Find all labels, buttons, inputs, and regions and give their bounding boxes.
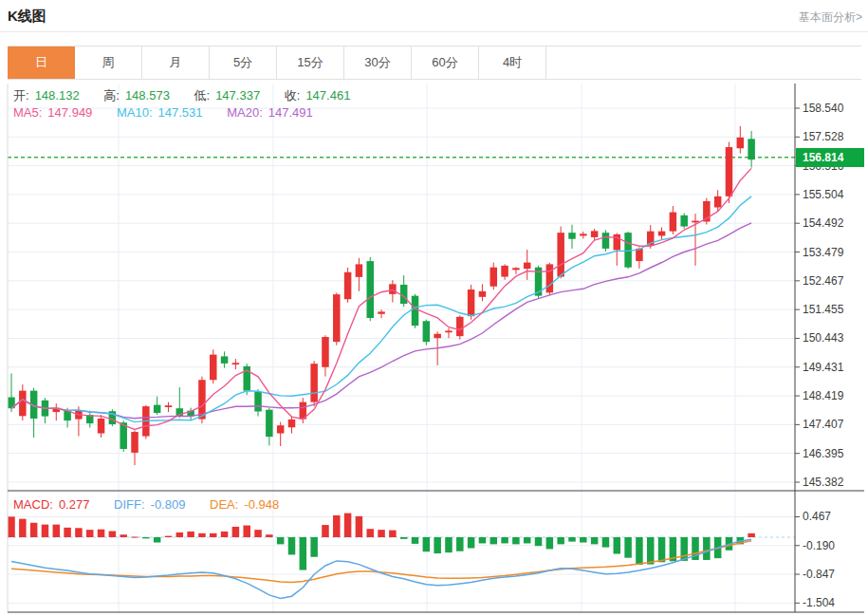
candle-body: [277, 425, 285, 433]
macd-hist-bar: [580, 537, 587, 543]
macd-hist-bar: [434, 537, 441, 553]
price-axis-label: 149.431: [803, 360, 863, 375]
macd-hist-bar: [524, 537, 531, 543]
price-axis-label: 157.528: [803, 129, 863, 144]
candle-body: [524, 263, 531, 270]
macd-hist-bar: [378, 530, 385, 537]
macd-hist-bar: [333, 515, 341, 537]
candle-body: [714, 196, 722, 208]
price-axis-label: 154.492: [803, 215, 863, 231]
candle-body: [490, 268, 498, 287]
macd-axis-label: -0.190: [803, 538, 863, 553]
macd-hist-bar: [546, 537, 554, 549]
price-axis-label: 150.443: [803, 330, 863, 345]
candle-body: [501, 266, 508, 277]
candle-body: [221, 356, 229, 363]
macd-axis-label: 0.467: [803, 509, 863, 524]
candle-body: [19, 391, 27, 417]
candle-body: [389, 284, 397, 293]
macd-hist-bar: [344, 513, 352, 537]
macd-hist-bar: [445, 537, 452, 552]
macd-hist-bar: [568, 537, 576, 542]
macd-hist-bar: [624, 537, 632, 558]
price-axis-label: 145.382: [803, 475, 863, 490]
ma5-readout: MA5:147.949: [13, 105, 98, 120]
price-axis-label: 155.504: [803, 187, 863, 202]
candle-body: [266, 410, 273, 437]
macd-hist-bar: [187, 532, 194, 537]
current-price-tag: 156.814: [796, 148, 864, 167]
ma10-readout: MA10:147.531: [117, 105, 209, 120]
ma-readout: MA5:147.949 MA10:147.531 MA20:147.491: [13, 105, 334, 120]
macd-hist-bar: [501, 537, 508, 543]
candle-body: [288, 420, 296, 427]
macd-hist-bar: [221, 532, 229, 537]
macd-hist-bar: [468, 537, 475, 549]
candle-body: [366, 261, 374, 318]
macd-hist-bar: [557, 537, 564, 544]
macd-hist-bar: [310, 537, 318, 557]
macd-hist-bar: [366, 529, 374, 537]
macd-hist-bar: [748, 533, 755, 537]
macd-hist-bar: [109, 532, 117, 537]
macd-hist-bar: [98, 530, 105, 537]
macd-hist-bar: [19, 519, 27, 537]
macd-hist-bar: [288, 537, 296, 554]
candle-body: [310, 364, 318, 401]
candle-body: [254, 392, 262, 412]
candle-body: [154, 405, 161, 413]
macd-hist-bar: [300, 537, 307, 570]
price-axis-label: 147.407: [803, 417, 863, 432]
macd-hist-bar: [243, 526, 250, 537]
candle-body: [445, 330, 452, 332]
candle-body: [726, 147, 733, 196]
macd-hist-bar: [266, 534, 273, 537]
price-axis-label: 158.540: [803, 101, 863, 116]
macd-hist-bar: [456, 537, 464, 551]
price-axis-label: 153.479: [803, 245, 863, 260]
macd-hist-bar: [232, 527, 240, 537]
low-readout: 低:147.337: [194, 88, 267, 103]
candle-body: [557, 233, 564, 276]
candle-body: [412, 296, 419, 326]
macd-hist-bar: [512, 537, 520, 544]
macd-hist-bar: [30, 523, 38, 537]
macd-hist-bar: [322, 525, 329, 537]
candle-body: [98, 419, 105, 434]
price-axis-label: 151.455: [803, 302, 863, 317]
macd-hist-bar: [131, 537, 139, 538]
macd-hist-bar: [198, 533, 206, 537]
macd-hist-bar: [356, 516, 363, 537]
macd-hist-bar: [210, 533, 217, 537]
macd-axis-label: -1.504: [803, 595, 863, 610]
open-readout: 开:148.132: [13, 88, 85, 103]
ohlc-readout: 开:148.132 高:148.573 低:147.337 收:147.461: [13, 87, 371, 104]
candle-body: [670, 213, 677, 232]
macd-hist-bar: [602, 537, 610, 548]
macd-hist-bar: [53, 525, 61, 537]
macd-hist-bar: [591, 537, 599, 544]
macd-hist-bar: [8, 516, 15, 537]
candle-body: [131, 432, 139, 453]
high-readout: 高:148.573: [103, 88, 175, 103]
candle-body: [468, 289, 475, 316]
macd-hist-bar: [75, 528, 83, 537]
macd-hist-bar: [400, 537, 408, 539]
candle-body: [423, 321, 431, 342]
candle-body: [737, 138, 745, 148]
macd-hist-bar: [154, 537, 161, 543]
candle-body: [680, 215, 688, 227]
macd-hist-bar: [120, 534, 127, 537]
candle-body: [546, 264, 554, 292]
candle-body: [748, 139, 755, 159]
candle-body: [165, 405, 173, 407]
macd-value-readout: MACD:0.277: [13, 497, 95, 512]
macd-hist-bar: [658, 537, 666, 562]
macd-hist-bar: [490, 537, 498, 544]
candle-body: [333, 294, 341, 342]
macd-hist-bar: [254, 530, 262, 537]
macd-readout: MACD:0.277 DIFF:-0.809 DEA:-0.948: [13, 497, 300, 512]
close-readout: 收:147.461: [285, 88, 357, 103]
candle-body: [378, 311, 385, 313]
candle-body: [580, 233, 587, 235]
